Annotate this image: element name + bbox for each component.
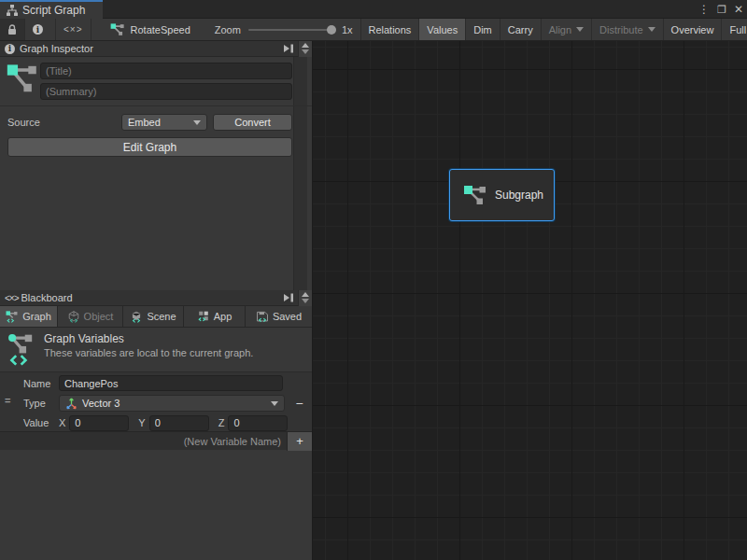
tab-object[interactable]: Object [58, 306, 123, 327]
object-variables-icon [67, 311, 80, 323]
scroll-up-icon[interactable] [302, 292, 309, 297]
zoom-control: Zoom 1x [200, 19, 361, 40]
subgraph-node[interactable]: Subgraph [449, 169, 555, 221]
scroll-down-icon[interactable] [302, 49, 309, 54]
script-graph-icon [7, 5, 18, 16]
variable-type-dropdown[interactable]: Vector 3 [59, 395, 285, 412]
scene-variables-icon [130, 311, 143, 323]
info-icon: i [5, 44, 15, 54]
graph-summary-input[interactable] [40, 83, 292, 100]
value-label: Value [23, 417, 49, 428]
window-controls: ⋮ ❐ ✕ [698, 0, 743, 19]
source-value: Embed [128, 117, 161, 128]
graph-icon [7, 63, 38, 99]
name-label: Name [23, 378, 50, 389]
lock-button[interactable] [0, 19, 25, 40]
blackboard-tabs: Graph Object Scene [0, 306, 312, 328]
graph-canvas[interactable]: Subgraph [313, 41, 747, 560]
x-value-input[interactable] [69, 415, 129, 431]
scroll-arrows[interactable] [298, 41, 312, 57]
graph-toolbar: i <×> RotateSpeed Zoom 1x Relations Valu… [0, 19, 747, 41]
drag-handle[interactable]: = [5, 395, 10, 406]
graph-variables-section: Graph Variables These variables are loca… [0, 329, 312, 371]
tab-bar: Script Graph ⋮ ❐ ✕ [0, 0, 747, 19]
node-label: Subgraph [495, 189, 543, 202]
full-screen-button[interactable]: Full Screen [722, 19, 747, 40]
zoom-slider-thumb[interactable] [327, 25, 336, 35]
z-value-input[interactable] [228, 415, 288, 431]
variable-row: = Name Type Vector 3 − Value X Y Z [0, 371, 312, 431]
unity-script-graph-window: Script Graph ⋮ ❐ ✕ i <×> [0, 0, 747, 560]
vector3-icon [65, 398, 78, 410]
dock-panel-icon[interactable] [283, 44, 294, 53]
vector-value-fields: X Y Z [59, 414, 312, 431]
chevron-down-icon [271, 401, 278, 406]
maximize-icon[interactable]: ❐ [717, 4, 726, 16]
graph-inspector-title: Graph Inspector [20, 43, 93, 54]
variable-type-value: Vector 3 [82, 398, 120, 409]
source-label: Source [7, 117, 40, 128]
variable-name-input[interactable] [59, 375, 283, 391]
tab-scene[interactable]: Scene [123, 306, 184, 327]
graph-variables-icon [8, 334, 36, 366]
saved-variables-icon [256, 311, 269, 323]
graph-inspector-header[interactable]: i Graph Inspector [0, 41, 312, 57]
breadcrumb[interactable]: RotateSpeed [101, 19, 200, 40]
tab-saved[interactable]: Saved [246, 306, 312, 327]
type-label: Type [23, 398, 46, 409]
overview-button[interactable]: Overview [664, 19, 723, 40]
breadcrumb-label: RotateSpeed [131, 24, 190, 35]
graph-variables-subtitle: These variables are local to the current… [44, 347, 253, 358]
tab-app[interactable]: App [184, 306, 246, 327]
carry-button[interactable]: Carry [500, 19, 542, 40]
dock-panel-icon[interactable] [283, 293, 294, 302]
variables-toggle-button[interactable]: <×> [56, 19, 92, 40]
graph-icon [463, 184, 487, 206]
chevron-down-icon [193, 120, 201, 125]
lock-icon [7, 24, 17, 35]
graph-variables-title: Graph Variables [44, 332, 124, 345]
x-axis-label: X [59, 417, 65, 428]
tab-script-graph[interactable]: Script Graph [0, 0, 103, 19]
side-panel: i Graph Inspector Source Embed Conve [0, 41, 313, 560]
scroll-down-icon[interactable] [302, 299, 309, 303]
tab-title: Script Graph [22, 4, 85, 17]
z-axis-label: Z [218, 417, 225, 428]
remove-variable-button[interactable]: − [290, 396, 308, 411]
inspector-scrollbar[interactable] [293, 57, 307, 290]
graph-icon [110, 23, 125, 36]
toolbar-spacer [92, 19, 101, 40]
info-icon: i [33, 24, 43, 35]
zoom-value: 1x [342, 24, 353, 35]
new-variable-row: + [0, 431, 312, 450]
distribute-dropdown[interactable]: Distribute [592, 19, 663, 40]
align-dropdown[interactable]: Align [542, 19, 592, 40]
new-variable-input[interactable] [0, 433, 287, 450]
app-variables-icon [197, 311, 210, 323]
values-button[interactable]: Values [419, 19, 466, 40]
y-axis-label: Y [138, 417, 145, 428]
edit-graph-button[interactable]: Edit Graph [7, 137, 292, 157]
toolbar-right-group: Relations Values Dim Carry Align Distrib… [361, 19, 747, 40]
source-dropdown[interactable]: Embed [121, 114, 207, 131]
convert-button[interactable]: Convert [213, 114, 292, 131]
graph-title-input[interactable] [40, 63, 292, 79]
blackboard-header[interactable]: <×> Blackboard [0, 290, 312, 306]
zoom-slider[interactable] [248, 29, 334, 31]
graph-variables-icon [6, 311, 19, 323]
code-brackets-icon: <×> [63, 24, 83, 35]
tab-graph[interactable]: Graph [0, 306, 58, 327]
scroll-up-icon[interactable] [302, 43, 309, 48]
close-icon[interactable]: ✕ [734, 3, 743, 16]
divider [0, 105, 312, 106]
scroll-arrows[interactable] [298, 290, 312, 306]
relations-button[interactable]: Relations [361, 19, 420, 40]
inspector-toggle-button[interactable]: i [25, 19, 56, 40]
y-value-input[interactable] [149, 415, 209, 431]
window-menu-icon[interactable]: ⋮ [698, 3, 710, 16]
dim-button[interactable]: Dim [466, 19, 500, 40]
blackboard-title: Blackboard [21, 292, 73, 303]
zoom-label: Zoom [215, 24, 241, 35]
add-variable-button[interactable]: + [287, 432, 312, 451]
variables-icon: <×> [5, 293, 19, 303]
